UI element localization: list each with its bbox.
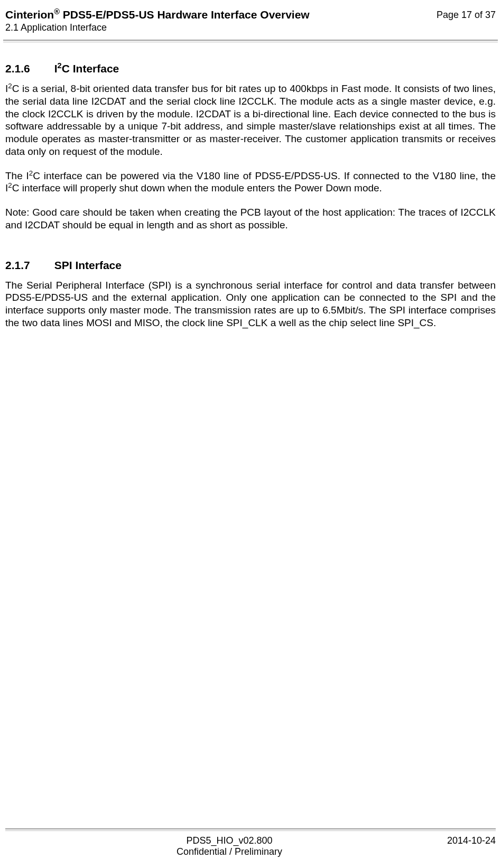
confidentiality: Confidential / Preliminary [37,846,422,857]
p2-c: C interface will properly shut down when… [12,182,382,193]
section-number: 2.1.6 [5,62,30,75]
section-heading-spi: 2.1.7SPI Interface [5,259,496,272]
heading-post: C Interface [62,62,119,75]
document-title: Cinterion® PDS5-E/PDS5-US Hardware Inter… [5,8,310,21]
page-content: 2.1.6I2C Interface I2C is a serial, 8-bi… [0,42,501,329]
page-footer: PDS5_HIO_v02.800 Confidential / Prelimin… [0,823,501,868]
header-left: Cinterion® PDS5-E/PDS5-US Hardware Inter… [5,8,310,33]
registered-mark: ® [54,7,60,16]
header-rule [3,40,498,41]
p2-a: The I [5,170,29,181]
section-spacer [5,243,496,259]
paragraph-i2c-power: The I2C interface can be powered via the… [5,170,496,195]
footer-row: PDS5_HIO_v02.800 Confidential / Prelimin… [5,835,496,857]
p1-sup: 2 [8,82,12,90]
footer-rule [5,828,496,829]
page-header: Cinterion® PDS5-E/PDS5-US Hardware Inter… [0,0,501,40]
doc-id: PDS5_HIO_v02.800 [37,835,422,846]
paragraph-spi: The Serial Peripheral Interface (SPI) is… [5,279,496,329]
p1-post: C is a serial, 8-bit oriented data trans… [5,83,496,157]
section-path: 2.1 Application Interface [5,22,310,33]
title-remainder: PDS5-E/PDS5-US Hardware Interface Overvi… [60,8,310,21]
p2-b-sup: 2 [8,181,12,189]
footer-center: PDS5_HIO_v02.800 Confidential / Prelimin… [37,835,422,857]
paragraph-i2c-intro: I2C is a serial, 8-bit oriented data tra… [5,82,496,158]
product-name: Cinterion [5,8,54,21]
section-number: 2.1.7 [5,259,30,272]
footer-date: 2014-10-24 [422,835,496,846]
section-heading-i2c: 2.1.6I2C Interface [5,62,496,75]
heading-sup: 2 [58,61,62,70]
heading-text: SPI Interface [54,259,122,271]
footer-rule-thin [5,830,496,831]
paragraph-i2c-note: Note: Good care should be taken when cre… [5,206,496,232]
page-number: Page 17 of 37 [437,8,496,21]
